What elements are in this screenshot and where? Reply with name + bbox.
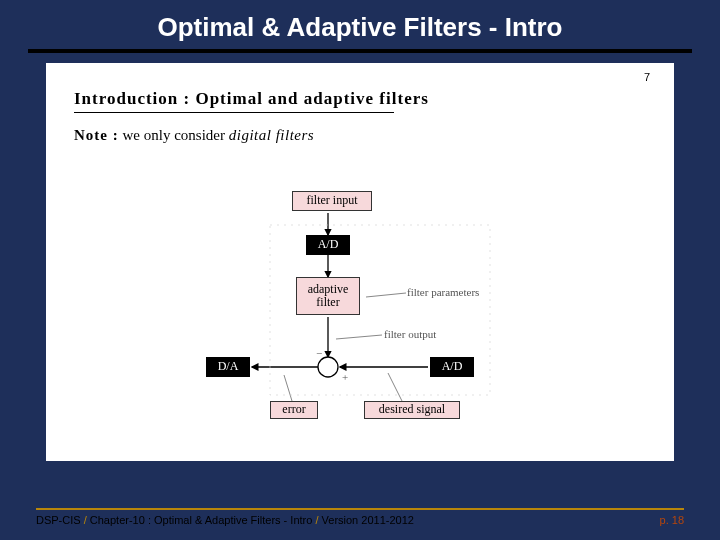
error-box: error (270, 401, 318, 419)
filter-output-label: filter output (384, 328, 436, 340)
footer-sep-1: / (84, 514, 87, 526)
note-body: we only consider (119, 127, 229, 143)
footer-page: p. 18 (660, 514, 684, 526)
block-diagram: filter input A/D adaptive filter filter … (206, 191, 566, 451)
svg-point-10 (318, 357, 338, 377)
plus-sign: + (342, 371, 348, 383)
da-box: D/A (206, 357, 250, 377)
note-prefix: Note : (74, 127, 119, 143)
inner-page-number: 7 (644, 71, 650, 83)
filter-parameters-label: filter parameters (407, 286, 479, 298)
ad-box-1: A/D (306, 235, 350, 255)
note-emph: digital filters (229, 127, 314, 143)
svg-line-8 (388, 373, 402, 401)
sub-heading: Introduction : Optimal and adaptive filt… (74, 73, 646, 109)
svg-line-5 (366, 293, 406, 297)
svg-line-6 (336, 335, 382, 339)
footer-course: DSP-CIS (36, 514, 81, 526)
slide-title: Optimal & Adaptive Filters - Intro (6, 4, 714, 49)
sub-heading-underline (74, 112, 394, 113)
footer-sep-2: / (315, 514, 318, 526)
footer-left: DSP-CIS / Chapter-10 : Optimal & Adaptiv… (36, 514, 414, 526)
title-underline (28, 49, 692, 53)
slide: Optimal & Adaptive Filters - Intro 7 Int… (6, 4, 714, 534)
filter-input-box: filter input (292, 191, 372, 211)
content-panel: 7 Introduction : Optimal and adaptive fi… (46, 63, 674, 461)
adaptive-filter-box: adaptive filter (296, 277, 360, 315)
note-line: Note : we only consider digital filters (74, 127, 646, 144)
footer-version: Version 2011-2012 (322, 514, 414, 526)
footer-bar: DSP-CIS / Chapter-10 : Optimal & Adaptiv… (36, 508, 684, 530)
svg-line-7 (284, 375, 292, 401)
desired-signal-box: desired signal (364, 401, 460, 419)
ad-box-2: A/D (430, 357, 474, 377)
footer-chapter: Chapter-10 : Optimal & Adaptive Filters … (90, 514, 313, 526)
minus-sign: − (316, 347, 322, 359)
